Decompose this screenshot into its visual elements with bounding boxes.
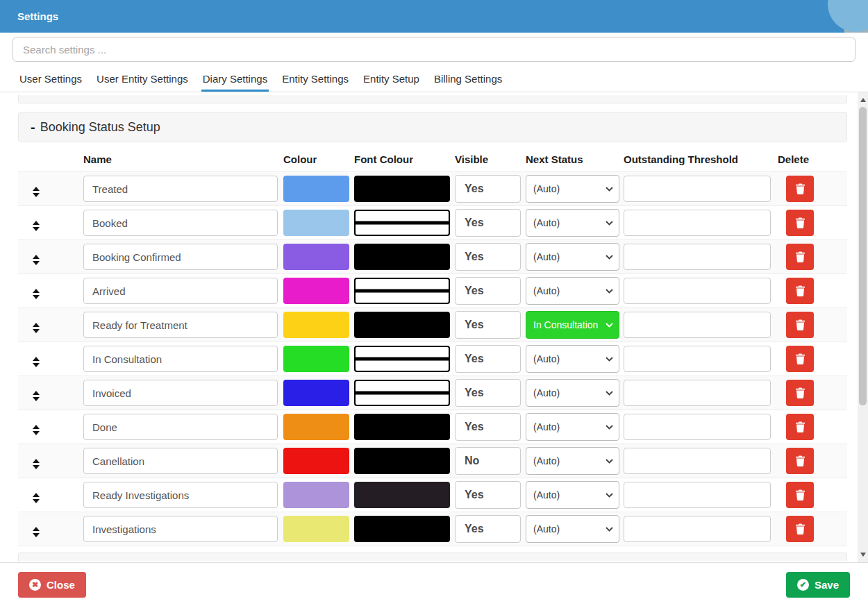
- scrollbar-down-arrow[interactable]: [858, 549, 868, 560]
- drag-sort-icon[interactable]: [33, 493, 40, 503]
- status-name-input[interactable]: [83, 176, 278, 202]
- scrollbar-thumb[interactable]: [859, 107, 867, 405]
- outstanding-threshold-input[interactable]: [624, 414, 771, 440]
- status-name-input[interactable]: [83, 210, 278, 236]
- font-colour-swatch[interactable]: [354, 516, 450, 542]
- next-status-select[interactable]: (Auto): [526, 209, 619, 237]
- scrollbar[interactable]: [858, 92, 868, 562]
- colour-swatch[interactable]: [283, 278, 349, 304]
- status-name-input[interactable]: [83, 346, 278, 372]
- outstanding-threshold-input[interactable]: [624, 176, 771, 202]
- colour-swatch[interactable]: [283, 482, 349, 508]
- delete-button[interactable]: [786, 482, 814, 508]
- next-status-select[interactable]: (Auto): [526, 447, 619, 475]
- collapsed-section-above[interactable]: [18, 95, 847, 103]
- outstanding-threshold-input[interactable]: [624, 448, 771, 474]
- next-status-select[interactable]: In Consultation: [526, 311, 619, 339]
- next-status-select[interactable]: (Auto): [526, 175, 619, 203]
- next-status-select[interactable]: (Auto): [526, 515, 619, 543]
- delete-button[interactable]: [786, 244, 814, 270]
- collapse-indicator[interactable]: -: [31, 119, 35, 135]
- outstanding-threshold-input[interactable]: [624, 244, 771, 270]
- outstanding-threshold-input[interactable]: [624, 516, 771, 542]
- font-colour-swatch[interactable]: [354, 244, 450, 270]
- visible-toggle[interactable]: Yes: [455, 243, 521, 271]
- outstanding-threshold-input[interactable]: [624, 210, 771, 236]
- outstanding-threshold-input[interactable]: [624, 278, 771, 304]
- font-colour-swatch[interactable]: [354, 312, 450, 338]
- delete-button[interactable]: [786, 210, 814, 236]
- visible-toggle[interactable]: Yes: [455, 379, 521, 407]
- outstanding-threshold-input[interactable]: [624, 312, 771, 338]
- delete-button[interactable]: [786, 380, 814, 406]
- font-colour-swatch[interactable]: [354, 482, 450, 508]
- visible-toggle[interactable]: Yes: [455, 209, 521, 237]
- colour-swatch[interactable]: [283, 516, 349, 542]
- colour-swatch[interactable]: [283, 414, 349, 440]
- visible-toggle[interactable]: Yes: [455, 481, 521, 509]
- drag-sort-icon[interactable]: [33, 357, 40, 367]
- status-name-input[interactable]: [83, 380, 278, 406]
- colour-swatch[interactable]: [283, 346, 349, 372]
- font-colour-swatch[interactable]: [354, 380, 450, 406]
- colour-swatch[interactable]: [283, 312, 349, 338]
- delete-button[interactable]: [786, 278, 814, 304]
- visible-toggle[interactable]: Yes: [455, 277, 521, 305]
- font-colour-swatch[interactable]: [354, 176, 450, 202]
- visible-toggle[interactable]: Yes: [455, 175, 521, 203]
- visible-toggle[interactable]: Yes: [455, 515, 521, 543]
- colour-swatch[interactable]: [283, 448, 349, 474]
- collapsed-section-below[interactable]: [18, 553, 847, 561]
- tab-entity-settings[interactable]: Entity Settings: [281, 66, 350, 92]
- drag-sort-icon[interactable]: [33, 221, 40, 231]
- outstanding-threshold-input[interactable]: [624, 380, 771, 406]
- next-status-select[interactable]: (Auto): [526, 413, 619, 441]
- drag-sort-icon[interactable]: [33, 425, 40, 435]
- visible-toggle[interactable]: Yes: [455, 311, 521, 339]
- status-name-input[interactable]: [83, 448, 278, 474]
- next-status-select[interactable]: (Auto): [526, 277, 619, 305]
- visible-toggle[interactable]: Yes: [455, 345, 521, 373]
- scrollbar-up-arrow[interactable]: [858, 94, 868, 106]
- delete-button[interactable]: [786, 312, 814, 338]
- status-name-input[interactable]: [83, 482, 278, 508]
- outstanding-threshold-input[interactable]: [624, 346, 771, 372]
- next-status-select[interactable]: (Auto): [526, 379, 619, 407]
- drag-sort-icon[interactable]: [33, 289, 40, 299]
- status-name-input[interactable]: [83, 244, 278, 270]
- colour-swatch[interactable]: [283, 176, 349, 202]
- font-colour-swatch[interactable]: [354, 210, 450, 236]
- booking-status-section-header[interactable]: - Booking Status Setup: [18, 112, 847, 142]
- outstanding-threshold-input[interactable]: [624, 482, 771, 508]
- colour-swatch[interactable]: [283, 244, 349, 270]
- font-colour-swatch[interactable]: [354, 414, 450, 440]
- status-name-input[interactable]: [83, 516, 278, 542]
- visible-toggle[interactable]: Yes: [455, 413, 521, 441]
- close-button[interactable]: ✖ Close: [18, 572, 86, 598]
- tab-user-settings[interactable]: User Settings: [18, 66, 83, 92]
- drag-sort-icon[interactable]: [33, 527, 40, 537]
- drag-sort-icon[interactable]: [33, 323, 40, 333]
- drag-sort-icon[interactable]: [33, 459, 40, 469]
- next-status-select[interactable]: (Auto): [526, 345, 619, 373]
- delete-button[interactable]: [786, 414, 814, 440]
- status-name-input[interactable]: [83, 312, 278, 338]
- tab-billing-settings[interactable]: Billing Settings: [433, 66, 503, 92]
- delete-button[interactable]: [786, 176, 814, 202]
- status-name-input[interactable]: [83, 414, 278, 440]
- tab-entity-setup[interactable]: Entity Setup: [362, 66, 421, 92]
- next-status-select[interactable]: (Auto): [526, 481, 619, 509]
- font-colour-swatch[interactable]: [354, 448, 450, 474]
- delete-button[interactable]: [786, 448, 814, 474]
- tab-diary-settings[interactable]: Diary Settings: [201, 66, 269, 92]
- delete-button[interactable]: [786, 516, 814, 542]
- save-button[interactable]: ✔ Save: [786, 572, 850, 598]
- drag-sort-icon[interactable]: [33, 187, 40, 197]
- drag-sort-icon[interactable]: [33, 391, 40, 401]
- font-colour-swatch[interactable]: [354, 346, 450, 372]
- next-status-select[interactable]: (Auto): [526, 243, 619, 271]
- delete-button[interactable]: [786, 346, 814, 372]
- search-input[interactable]: [12, 37, 856, 62]
- tab-user-entity-settings[interactable]: User Entity Settings: [95, 66, 190, 92]
- status-name-input[interactable]: [83, 278, 278, 304]
